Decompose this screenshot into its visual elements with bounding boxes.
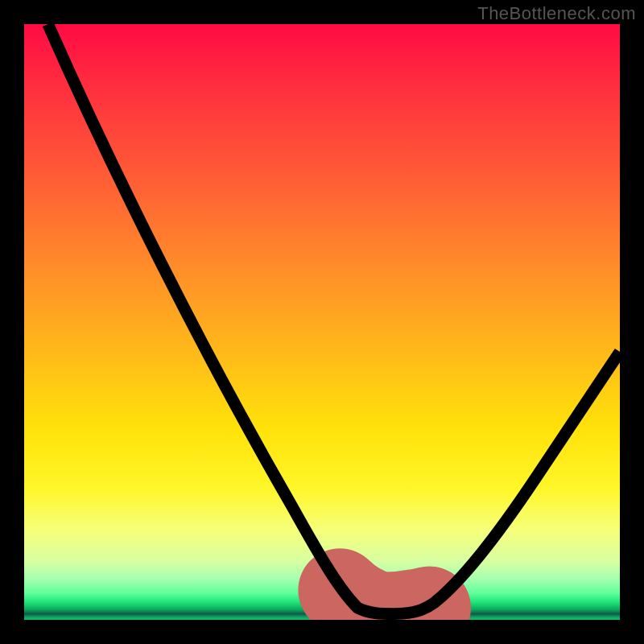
bottleneck-curve [48, 24, 620, 614]
chart-frame: TheBottleneck.com [0, 0, 644, 644]
plot-area [24, 24, 620, 620]
watermark-text: TheBottleneck.com [477, 3, 636, 24]
curve-layer [24, 24, 620, 620]
